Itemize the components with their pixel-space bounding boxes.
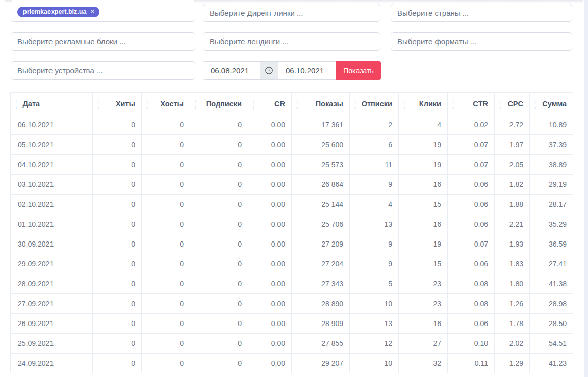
- value-cell: 0: [142, 234, 190, 254]
- column-label: CTR: [455, 100, 489, 108]
- table-row: 28.09.20210000.0027 3435230.081.8041.38: [11, 274, 573, 294]
- value-cell: 9: [350, 234, 399, 254]
- value-cell: 28.50: [530, 314, 573, 334]
- countries-input[interactable]: [397, 9, 566, 17]
- statistics-table: ↑↓Дата↑↓Хиты↑↓Хосты↑↓Подписки↑↓CR↑↓Показ…: [10, 92, 573, 373]
- column-header-0[interactable]: ↑↓Дата: [11, 93, 93, 115]
- date-cell: 02.10.2021: [11, 195, 93, 214]
- value-cell: 1.83: [495, 254, 530, 274]
- date-cell: 28.09.2021: [11, 274, 93, 294]
- value-cell: 35.29: [530, 214, 573, 234]
- column-header-7[interactable]: ↑↓Клики: [399, 93, 448, 115]
- value-cell: 11: [350, 155, 399, 175]
- column-label: CR: [255, 100, 286, 108]
- countries-multiselect[interactable]: [391, 4, 572, 22]
- value-cell: 2.05: [495, 155, 530, 175]
- column-label: CPC: [502, 100, 524, 108]
- column-label: Сумма: [537, 100, 567, 108]
- column-header-2[interactable]: ↑↓Хосты: [142, 93, 190, 115]
- value-cell: 0: [190, 175, 248, 195]
- value-cell: 0: [190, 115, 248, 135]
- value-cell: 0: [93, 314, 142, 334]
- value-cell: 2: [350, 115, 399, 135]
- value-cell: 0.00: [248, 214, 292, 234]
- ad-blocks-multiselect[interactable]: [11, 32, 195, 51]
- value-cell: 9: [350, 175, 399, 195]
- column-label: Показы: [299, 100, 344, 108]
- date-to-input[interactable]: [278, 61, 337, 80]
- value-cell: 0: [142, 314, 190, 334]
- value-cell: 25 706: [292, 214, 350, 234]
- value-cell: 19: [399, 135, 448, 155]
- column-label: Хосты: [149, 100, 184, 108]
- column-label: Клики: [406, 100, 442, 108]
- value-cell: 25 600: [292, 135, 350, 155]
- value-cell: 0.00: [248, 155, 292, 175]
- value-cell: 0: [93, 254, 142, 274]
- date-cell: 25.09.2021: [11, 334, 93, 354]
- column-header-6[interactable]: ↑↓Отписки: [350, 93, 399, 115]
- date-cell: 01.10.2021: [11, 214, 93, 234]
- table-row: 05.10.20210000.0025 6006190.071.9737.39: [11, 135, 573, 155]
- ad-blocks-input[interactable]: [17, 37, 189, 46]
- page-background-strip: [584, 0, 588, 377]
- landings-input[interactable]: [210, 37, 374, 46]
- table-row: 02.10.20210000.0025 1444150.061.8828.17: [11, 195, 573, 214]
- value-cell: 27 204: [292, 254, 350, 274]
- column-header-8[interactable]: ↑↓CTR: [448, 93, 495, 115]
- value-cell: 54.51: [530, 334, 573, 354]
- date-from-input[interactable]: [203, 61, 260, 80]
- value-cell: 28.17: [530, 195, 573, 214]
- column-header-1[interactable]: ↑↓Хиты: [93, 93, 142, 115]
- value-cell: 1.78: [495, 314, 530, 334]
- date-cell: 30.09.2021: [11, 234, 93, 254]
- direct-links-input[interactable]: [210, 9, 374, 17]
- value-cell: 0: [190, 234, 248, 254]
- value-cell: 0.10: [448, 334, 495, 354]
- direct-links-multiselect[interactable]: [203, 4, 380, 22]
- column-header-4[interactable]: ↑↓CR: [248, 93, 292, 115]
- devices-input[interactable]: [17, 66, 189, 75]
- column-header-5[interactable]: ↑↓Показы: [292, 93, 350, 115]
- column-header-10[interactable]: ↑↓Сумма: [530, 93, 573, 115]
- value-cell: 25 144: [292, 195, 350, 214]
- remove-tag-icon[interactable]: ×: [91, 9, 94, 14]
- value-cell: 1.88: [495, 195, 530, 214]
- value-cell: 0.06: [448, 214, 495, 234]
- value-cell: 29.19: [530, 175, 573, 195]
- value-cell: 0.11: [448, 354, 495, 373]
- sites-multiselect[interactable]: priemkaexpert.biz.ua ×: [11, 0, 195, 22]
- formats-multiselect[interactable]: [391, 32, 572, 51]
- table-row: 30.09.20210000.0027 2099190.071.9336.59: [11, 234, 573, 254]
- value-cell: 0: [142, 175, 190, 195]
- value-cell: 0: [142, 334, 190, 354]
- value-cell: 0: [190, 214, 248, 234]
- value-cell: 0.00: [248, 135, 292, 155]
- value-cell: 27 855: [292, 334, 350, 354]
- value-cell: 0: [190, 314, 248, 334]
- value-cell: 2.21: [495, 214, 530, 234]
- value-cell: 0: [93, 115, 142, 135]
- column-header-3[interactable]: ↑↓Подписки: [190, 93, 248, 115]
- value-cell: 0: [93, 294, 142, 314]
- value-cell: 0: [190, 155, 248, 175]
- column-label: Хиты: [100, 100, 136, 108]
- column-header-9[interactable]: ↑↓CPC: [495, 93, 530, 115]
- value-cell: 15: [399, 254, 448, 274]
- value-cell: 0.00: [248, 334, 292, 354]
- value-cell: 28.98: [530, 294, 573, 314]
- value-cell: 10: [350, 294, 399, 314]
- landings-multiselect[interactable]: [203, 32, 380, 51]
- value-cell: 0: [93, 135, 142, 155]
- formats-input[interactable]: [397, 37, 566, 46]
- devices-multiselect[interactable]: [11, 61, 195, 80]
- value-cell: 0: [190, 274, 248, 294]
- value-cell: 13: [350, 214, 399, 234]
- value-cell: 0.00: [248, 354, 292, 373]
- value-cell: 0: [93, 195, 142, 214]
- value-cell: 0.06: [448, 314, 495, 334]
- value-cell: 9: [350, 254, 399, 274]
- show-button[interactable]: Показать: [336, 61, 381, 80]
- left-edge-divider: [5, 0, 5, 377]
- value-cell: 13: [350, 314, 399, 334]
